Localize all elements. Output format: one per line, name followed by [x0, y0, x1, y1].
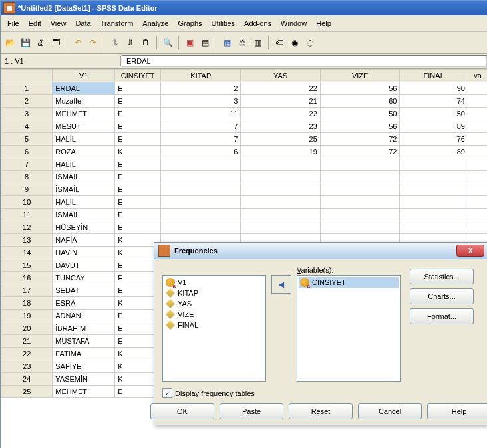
find-icon[interactable]: 🔍	[161, 36, 174, 49]
row-header[interactable]: 20	[1, 322, 53, 335]
row-header[interactable]: 9	[1, 183, 53, 196]
weight-cases-icon[interactable]: ⚖	[236, 36, 249, 49]
row-header[interactable]: 18	[1, 297, 53, 310]
customize-icon[interactable]: ◌	[303, 36, 317, 49]
cell-final[interactable]: 90	[400, 82, 468, 95]
cell-final[interactable]	[400, 221, 468, 234]
cell-v1[interactable]: MEHMET	[53, 108, 115, 120]
cell-yas[interactable]	[241, 183, 320, 196]
cell-yas[interactable]: 23	[241, 120, 320, 133]
cancel-button[interactable]: Cancel	[358, 403, 422, 419]
table-row[interactable]: 3MEHMETE11225050	[1, 108, 488, 120]
menu-analyze[interactable]: Analyze	[138, 18, 172, 29]
menu-utilities[interactable]: Utilities	[208, 18, 239, 29]
redo-icon[interactable]: ↷	[86, 36, 100, 49]
row-header[interactable]: 7	[1, 158, 53, 171]
cell-yas[interactable]: 21	[241, 95, 320, 108]
table-row[interactable]: 11İSMAİLE	[1, 209, 488, 221]
list-item[interactable]: YAS	[164, 298, 264, 309]
cell-kitap[interactable]: 6	[161, 146, 241, 158]
insert-case-icon[interactable]: ▣	[183, 36, 196, 49]
cell-v1[interactable]: MESUT	[53, 120, 115, 133]
cell-cinsiyet[interactable]: E	[115, 82, 161, 95]
row-header[interactable]: 3	[1, 108, 53, 120]
cell-vize[interactable]	[320, 183, 400, 196]
cell-vize[interactable]: 56	[320, 120, 400, 133]
cell-empty[interactable]	[468, 108, 487, 120]
menu-edit[interactable]: Edit	[25, 18, 45, 29]
row-header[interactable]: 21	[1, 335, 53, 348]
cell-cinsiyet[interactable]: E	[115, 133, 161, 146]
col-header[interactable]: VIZE	[320, 70, 400, 82]
cell-final[interactable]	[400, 183, 468, 196]
table-row[interactable]: 6ROZAK6197289	[1, 146, 488, 158]
col-header[interactable]: FINAL	[400, 70, 468, 82]
cell-kitap[interactable]	[161, 171, 241, 183]
cell-empty[interactable]	[468, 196, 487, 209]
cell-vize[interactable]	[320, 196, 400, 209]
split-file-icon[interactable]: ▦	[220, 36, 234, 49]
menu-view[interactable]: View	[47, 18, 71, 29]
row-header[interactable]: 8	[1, 171, 53, 183]
cell-final[interactable]: 89	[400, 146, 468, 158]
cell-final[interactable]	[400, 209, 468, 221]
cell-cinsiyet[interactable]: E	[115, 108, 161, 120]
close-button[interactable]: X	[456, 245, 484, 257]
cell-empty[interactable]	[468, 158, 487, 171]
dialog-title-bar[interactable]: Frequencies X	[154, 243, 487, 259]
cell-final[interactable]: 50	[400, 108, 468, 120]
cell-yas[interactable]	[241, 221, 320, 234]
variables-icon[interactable]: 🗒	[139, 36, 152, 49]
cell-v1[interactable]: FATİMA	[53, 348, 115, 360]
table-row[interactable]: 9İSMAİLE	[1, 183, 488, 196]
list-item[interactable]: CINSIYET	[299, 277, 399, 288]
goto-var-icon[interactable]: ⥯	[124, 36, 137, 49]
row-header[interactable]: 19	[1, 310, 53, 322]
cell-vize[interactable]	[320, 171, 400, 183]
cell-v1[interactable]: ESRA	[53, 297, 115, 310]
cell-kitap[interactable]	[161, 183, 241, 196]
col-header[interactable]: KITAP	[161, 70, 241, 82]
cell-v1[interactable]: İSMAİL	[53, 171, 115, 183]
cell-v1[interactable]: ERDAL	[53, 82, 115, 95]
cell-empty[interactable]	[468, 133, 487, 146]
menu-help[interactable]: Help	[312, 18, 335, 29]
ok-button[interactable]: OK	[150, 403, 214, 419]
open-icon[interactable]: 📂	[3, 36, 17, 49]
cell-v1[interactable]: MEHMET	[53, 386, 115, 398]
table-row[interactable]: 8İSMAİLE	[1, 171, 488, 183]
cell-v1[interactable]: ROZA	[53, 146, 115, 158]
row-header[interactable]: 11	[1, 209, 53, 221]
cell-v1[interactable]: SEDAT	[53, 284, 115, 297]
row-header[interactable]: 23	[1, 360, 53, 373]
cell-vize[interactable]: 72	[320, 133, 400, 146]
cell-v1[interactable]: HÜSEYİN	[53, 221, 115, 234]
print-icon[interactable]: 🖨	[34, 36, 47, 49]
table-row[interactable]: 1ERDALE2225690	[1, 82, 488, 95]
row-header[interactable]: 25	[1, 386, 53, 398]
value-labels-icon[interactable]: 🏷	[273, 36, 286, 49]
cell-empty[interactable]	[468, 82, 487, 95]
cell-vize[interactable]: 72	[320, 146, 400, 158]
col-header[interactable]: va	[468, 70, 487, 82]
list-item[interactable]: VIZE	[164, 309, 264, 320]
menu-graphs[interactable]: Graphs	[174, 18, 206, 29]
cell-empty[interactable]	[468, 146, 487, 158]
cell-v1[interactable]: İSMAİL	[53, 183, 115, 196]
display-frequency-checkbox[interactable]: ✓	[162, 388, 172, 398]
cell-cinsiyet[interactable]: E	[115, 209, 161, 221]
row-header[interactable]: 24	[1, 373, 53, 386]
cell-kitap[interactable]	[161, 221, 241, 234]
cell-v1[interactable]: SAFİYE	[53, 360, 115, 373]
cell-vize[interactable]: 60	[320, 95, 400, 108]
cell-empty[interactable]	[468, 209, 487, 221]
col-header[interactable]: CINSIYET	[115, 70, 161, 82]
source-variables-list[interactable]: V1KITAPYASVIZEFINAL	[162, 275, 266, 382]
cell-yas[interactable]	[241, 171, 320, 183]
paste-button[interactable]: Paste	[220, 403, 283, 419]
cell-yas[interactable]	[241, 209, 320, 221]
menu-file[interactable]: File	[3, 18, 23, 29]
menu-transform[interactable]: Transform	[96, 18, 138, 29]
cell-final[interactable]: 89	[400, 120, 468, 133]
list-item[interactable]: FINAL	[164, 320, 264, 330]
